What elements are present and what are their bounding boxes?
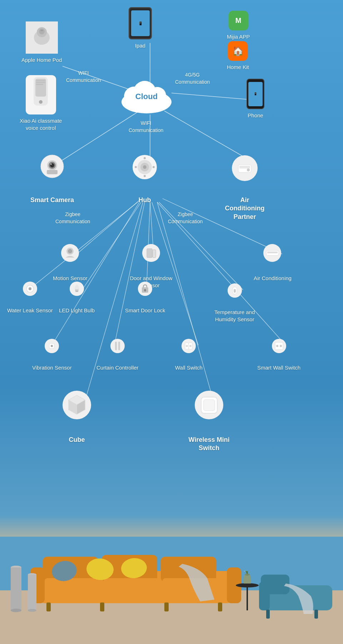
svg-line-2 <box>172 93 257 100</box>
wireless-mini-switch-label: Wireless Mini Switch <box>186 436 232 453</box>
svg-point-42 <box>143 165 146 169</box>
temp-humidity-sensor-label: Temperature andHumidity Sensor <box>214 309 255 323</box>
xiao-ai-label: Xiao Ai classmatevoice control <box>20 117 62 131</box>
air-conditioning-icon <box>258 243 287 272</box>
ipad-label: Ipad <box>135 42 145 49</box>
vibration-sensor-node: Vibration Sensor <box>32 338 72 371</box>
wifi-comm-left-label: WIFICommunication <box>66 70 101 84</box>
led-light-bulb-node: LED Light Bulb <box>59 281 95 314</box>
svg-rect-101 <box>104 578 159 598</box>
svg-rect-69 <box>145 290 145 292</box>
sofa <box>29 550 243 615</box>
home-kit-label: Home Kit <box>227 64 249 71</box>
svg-rect-72 <box>234 289 236 293</box>
svg-rect-24 <box>35 79 46 97</box>
smart-door-lock-icon <box>134 281 157 304</box>
chaise-lounge <box>257 564 336 623</box>
cloud-shape: Cloud <box>118 75 175 114</box>
svg-point-25 <box>39 100 43 104</box>
svg-point-131 <box>28 609 36 612</box>
svg-rect-130 <box>28 575 36 610</box>
svg-rect-124 <box>266 610 270 619</box>
air-conditioning-node: Air Conditioning <box>254 243 292 282</box>
ipad-node: 📱 Ipad <box>129 7 152 49</box>
svg-point-128 <box>11 609 21 612</box>
led-light-bulb-icon <box>65 281 89 304</box>
svg-point-21 <box>39 29 45 34</box>
smart-wall-switch-icon <box>267 338 290 361</box>
svg-rect-78 <box>118 342 120 350</box>
xiao-ai-node: Xiao Ai classmatevoice control <box>20 75 62 131</box>
svg-rect-107 <box>164 602 169 611</box>
svg-rect-112 <box>247 585 248 610</box>
zigbee-comm-left: ZigbeeCommunication <box>55 211 90 225</box>
svg-rect-105 <box>46 602 51 611</box>
diagram-container: M Mijia APP 🏠 Home Kit Apple Home Pod 📱 … <box>0 0 343 537</box>
svg-point-82 <box>186 345 188 347</box>
svg-point-76 <box>110 339 125 353</box>
wall-switch-node: Wall Switch <box>175 338 203 371</box>
svg-rect-38 <box>47 170 58 174</box>
cube-node: Cube <box>55 390 98 444</box>
svg-point-43 <box>144 157 146 159</box>
svg-point-86 <box>276 345 278 347</box>
svg-rect-95 <box>204 400 215 411</box>
svg-rect-49 <box>239 166 250 169</box>
smart-wall-switch-label: Smart Wall Switch <box>257 364 300 371</box>
hub-node: Hub <box>125 154 164 204</box>
vibration-sensor-icon <box>40 338 64 361</box>
cube-label: Cube <box>69 436 85 444</box>
svg-point-22 <box>40 30 43 31</box>
apple-home-pod-label: Apple Home Pod <box>21 57 62 64</box>
temp-humidity-sensor-node: Temperature andHumidity Sensor <box>214 283 255 323</box>
svg-rect-108 <box>218 602 222 611</box>
cloud-label: Cloud <box>135 92 158 101</box>
svg-rect-26 <box>36 80 45 81</box>
motion-sensor-icon <box>56 243 84 272</box>
phone-icon: 📱 <box>247 79 264 109</box>
apple-home-pod-icon <box>26 21 58 54</box>
smart-camera-node: Smart Camera <box>30 154 74 204</box>
smart-camera-icon <box>33 154 72 193</box>
svg-point-46 <box>153 166 155 168</box>
decor-cylinders <box>7 560 43 615</box>
water-leak-sensor-icon <box>18 281 41 304</box>
air-conditioning-label: Air Conditioning <box>254 275 292 282</box>
smart-door-lock-node: Smart Door Lock <box>125 281 165 314</box>
svg-rect-65 <box>75 291 78 292</box>
svg-point-62 <box>29 287 31 290</box>
cloud-node: Cloud <box>118 75 175 114</box>
room-scene <box>0 537 343 644</box>
svg-point-37 <box>50 164 52 165</box>
svg-point-44 <box>144 175 146 177</box>
wifi-comm-below-label: WIFICommunication <box>129 120 163 134</box>
zigbee-comm-right: ZigbeeCommunication <box>168 211 203 225</box>
smart-door-lock-label: Smart Door Lock <box>125 307 165 314</box>
svg-rect-125 <box>314 610 318 619</box>
curtain-controller-icon <box>106 338 129 361</box>
motion-sensor-node: Motion Sensor <box>53 243 88 282</box>
wireless-mini-switch-node: Wireless Mini Switch <box>186 390 232 453</box>
smart-wall-switch-node: Smart Wall Switch <box>257 338 300 371</box>
svg-rect-55 <box>147 249 152 258</box>
svg-point-113 <box>236 583 259 587</box>
svg-rect-59 <box>267 252 278 253</box>
water-leak-sensor-label: Water Leak Sensor <box>7 307 53 314</box>
svg-rect-127 <box>11 567 21 610</box>
svg-rect-106 <box>100 602 104 611</box>
svg-rect-56 <box>153 250 156 258</box>
phone-label: Phone <box>248 112 263 119</box>
svg-rect-28 <box>36 84 43 85</box>
home-kit-icon: 🏠 <box>228 41 248 61</box>
svg-point-87 <box>280 345 282 347</box>
wall-switch-label: Wall Switch <box>175 364 203 371</box>
svg-rect-64 <box>75 289 79 291</box>
4g5g-comm-label: 4G/5GCommunication <box>175 72 210 86</box>
svg-rect-77 <box>115 342 117 350</box>
smart-camera-label: Smart Camera <box>30 196 74 204</box>
apple-home-pod-node: Apple Home Pod <box>21 21 62 64</box>
svg-line-18 <box>157 202 214 404</box>
water-leak-sensor-node: Water Leak Sensor <box>7 281 53 314</box>
svg-rect-100 <box>45 578 100 598</box>
home-kit-node: 🏠 Home Kit <box>227 41 249 71</box>
